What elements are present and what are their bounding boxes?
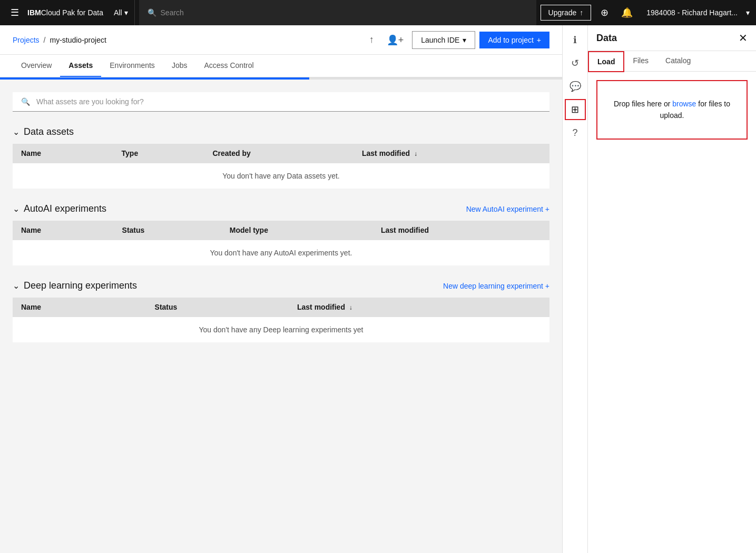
current-project: my-studio-project xyxy=(50,36,106,44)
search-icon: 🔍 xyxy=(148,8,156,17)
drop-zone-text: Drop files here or xyxy=(614,100,672,108)
autoai-col-model-type: Model type xyxy=(221,221,372,240)
add-to-project-button[interactable]: Add to project + xyxy=(479,32,549,48)
col-name: Name xyxy=(13,144,113,163)
deep-learning-title-group: ⌄ Deep learning experiments xyxy=(13,280,137,291)
upgrade-label: Upgrade xyxy=(548,8,577,17)
deep-learning-chevron-icon[interactable]: ⌄ xyxy=(13,281,19,291)
launch-ide-label: Launch IDE xyxy=(421,36,459,44)
tab-environments[interactable]: Environments xyxy=(101,55,163,77)
asset-search-input[interactable] xyxy=(36,97,541,106)
add-to-project-label: Add to project xyxy=(488,36,533,44)
deep-learning-title: Deep learning experiments xyxy=(24,280,137,291)
deep-learning-table: Name Status Last modified ↓ You don't ha… xyxy=(13,298,549,342)
upload-button[interactable]: ↑ xyxy=(365,30,378,50)
add-user-button[interactable]: 👤+ xyxy=(382,30,408,50)
add-icon: + xyxy=(537,36,541,44)
user-info[interactable]: 1984008 - Richard Hagart... xyxy=(642,8,742,17)
brand-ibm: IBM xyxy=(27,8,41,17)
data-assets-table: Name Type Created by Last modified ↓ You… xyxy=(13,144,549,189)
asset-search-icon: 🔍 xyxy=(21,97,30,106)
projects-link[interactable]: Projects xyxy=(13,36,40,44)
deep-learning-header: ⌄ Deep learning experiments New deep lea… xyxy=(13,280,549,291)
data-assets-header-row: Name Type Created by Last modified ↓ xyxy=(13,144,549,163)
search-input[interactable] xyxy=(161,8,528,17)
autoai-chevron-icon[interactable]: ⌄ xyxy=(13,204,19,214)
data-panel-title: Data xyxy=(596,33,617,44)
upgrade-icon: ↑ xyxy=(580,8,583,17)
tab-overview[interactable]: Overview xyxy=(13,55,60,77)
left-content: Projects / my-studio-project ↑ 👤+ Launch… xyxy=(0,25,562,553)
autoai-header-row: Name Status Model type Last modified xyxy=(13,221,549,240)
autoai-table: Name Status Model type Last modified You… xyxy=(13,221,549,265)
right-panel: Data ✕ Load Files Catalog Drop files her… xyxy=(587,25,756,553)
browse-link[interactable]: browse xyxy=(672,100,696,108)
tab-jobs[interactable]: Jobs xyxy=(163,55,196,77)
deep-learning-empty-row: You don't have any Deep learning experim… xyxy=(13,317,549,343)
chevron-down-icon: ▾ xyxy=(124,8,128,17)
new-autoai-button[interactable]: New AutoAI experiment + xyxy=(466,205,549,213)
col-created-by: Created by xyxy=(204,144,354,163)
all-dropdown[interactable]: All ▾ xyxy=(107,0,135,25)
assets-content: 🔍 ⌄ Data assets Name Type Cre xyxy=(0,80,562,553)
hamburger-icon[interactable]: ☰ xyxy=(6,3,23,23)
data-panel-tab-load[interactable]: Load xyxy=(588,51,624,72)
tab-assets[interactable]: Assets xyxy=(60,55,101,77)
comment-icon-btn[interactable]: 💬 xyxy=(565,76,586,97)
tabs: Overview Assets Environments Jobs Access… xyxy=(0,55,562,77)
main-layout: Projects / my-studio-project ↑ 👤+ Launch… xyxy=(0,25,756,553)
search-bar: 🔍 xyxy=(139,0,536,25)
section-data-assets: ⌄ Data assets Name Type Created by Last … xyxy=(13,126,549,189)
bell-icon[interactable]: 🔔 xyxy=(616,2,638,24)
section-deep-learning: ⌄ Deep learning experiments New deep lea… xyxy=(13,280,549,342)
section-autoai: ⌄ AutoAI experiments New AutoAI experime… xyxy=(13,203,549,265)
data-assets-chevron-icon[interactable]: ⌄ xyxy=(13,127,19,137)
asset-search: 🔍 xyxy=(13,92,549,112)
user-chevron-icon[interactable]: ▾ xyxy=(746,8,750,17)
deep-learning-empty-message: You don't have any Deep learning experim… xyxy=(13,317,549,343)
col-last-modified[interactable]: Last modified ↓ xyxy=(354,144,549,163)
autoai-header: ⌄ AutoAI experiments New AutoAI experime… xyxy=(13,203,549,214)
autoai-col-name: Name xyxy=(13,221,114,240)
autoai-title: AutoAI experiments xyxy=(24,203,106,214)
autoai-title-group: ⌄ AutoAI experiments xyxy=(13,203,106,214)
data-panel-header: Data ✕ xyxy=(588,25,756,51)
tab-access-control[interactable]: Access Control xyxy=(195,55,262,77)
dl-col-status: Status xyxy=(146,298,289,317)
data-panel-tab-catalog[interactable]: Catalog xyxy=(657,51,699,71)
brand: IBM Cloud Pak for Data xyxy=(27,8,103,17)
sort-icon: ↓ xyxy=(414,150,417,157)
data-panel-tab-files[interactable]: Files xyxy=(624,51,657,71)
nav-icons: ⊕ 🔔 xyxy=(595,2,638,24)
col-type: Type xyxy=(113,144,204,163)
side-icon-bar: ℹ ↺ 💬 ⊞ ? xyxy=(562,25,587,553)
data-assets-empty-row: You don't have any Data assets yet. xyxy=(13,163,549,189)
autoai-col-status: Status xyxy=(114,221,221,240)
data-panel-tabs: Load Files Catalog xyxy=(588,51,756,72)
data-panel-body: Drop files here or browse for files to u… xyxy=(588,72,756,553)
data-assets-empty-message: You don't have any Data assets yet. xyxy=(13,163,549,189)
grid-icon-btn[interactable]: ⊞ xyxy=(565,99,586,120)
help-icon-btn[interactable]: ? xyxy=(565,122,586,143)
new-deep-learning-button[interactable]: New deep learning experiment + xyxy=(443,282,549,290)
history-icon-btn[interactable]: ↺ xyxy=(565,53,586,74)
drop-zone[interactable]: Drop files here or browse for files to u… xyxy=(596,80,748,140)
data-assets-title: Data assets xyxy=(24,126,74,137)
autoai-empty-message: You don't have any AutoAI experiments ye… xyxy=(13,240,549,266)
dl-col-name: Name xyxy=(13,298,146,317)
data-panel-inner: Data ✕ Load Files Catalog Drop files her… xyxy=(588,25,756,553)
breadcrumb-bar: Projects / my-studio-project ↑ 👤+ Launch… xyxy=(0,25,562,55)
info-icon-btn[interactable]: ℹ xyxy=(565,29,586,51)
top-nav: ☰ IBM Cloud Pak for Data All ▾ 🔍 Upgrade… xyxy=(0,0,756,25)
dl-sort-icon: ↓ xyxy=(349,304,352,311)
breadcrumb: Projects / my-studio-project xyxy=(13,36,106,44)
deep-learning-header-row: Name Status Last modified ↓ xyxy=(13,298,549,317)
upgrade-button[interactable]: Upgrade ↑ xyxy=(541,5,592,21)
data-panel-close-button[interactable]: ✕ xyxy=(739,32,748,44)
launch-ide-button[interactable]: Launch IDE ▾ xyxy=(412,31,475,49)
dl-col-last-modified[interactable]: Last modified ↓ xyxy=(289,298,549,317)
all-label: All xyxy=(114,8,122,17)
launch-ide-chevron-icon: ▾ xyxy=(463,36,466,44)
pin-icon[interactable]: ⊕ xyxy=(595,2,614,24)
breadcrumb-separator: / xyxy=(44,36,46,44)
